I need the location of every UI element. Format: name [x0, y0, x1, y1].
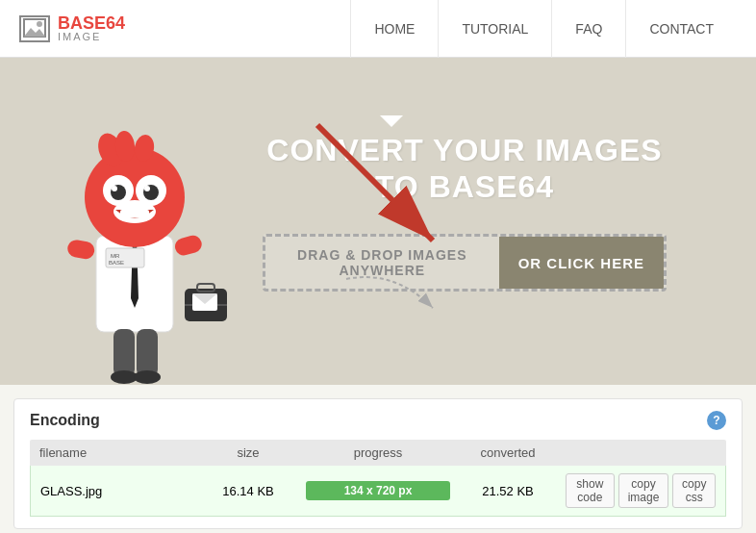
svg-text:MR: MR	[111, 253, 120, 259]
help-icon[interactable]: ?	[707, 411, 726, 430]
logo-text: BASE64 IMAGE	[58, 14, 125, 42]
svg-rect-20	[66, 239, 96, 261]
svg-marker-1	[24, 28, 45, 37]
hero-title: CONVERT YOUR IMAGES TO BASE64	[266, 132, 662, 206]
nav-home[interactable]: HOME	[350, 0, 438, 58]
col-size: size	[190, 445, 306, 460]
hero-section: MR BASE	[0, 58, 756, 385]
show-code-button[interactable]: show code	[566, 473, 615, 508]
cell-converted: 21.52 KB	[450, 484, 566, 498]
table-header: filename size progress converted	[30, 440, 726, 466]
col-actions	[566, 445, 717, 460]
click-here-button[interactable]: OR CLICK HERE	[499, 234, 664, 292]
encoding-title: Encoding	[30, 412, 100, 429]
svg-point-13	[112, 186, 117, 191]
logo-image-text: IMAGE	[58, 32, 125, 42]
svg-point-8	[85, 147, 185, 247]
svg-rect-27	[113, 329, 135, 377]
cell-size: 16.14 KB	[190, 484, 306, 498]
main-nav: HOME TUTORIAL FAQ CONTACT	[350, 0, 737, 57]
encoding-section: Encoding ? filename size progress conver…	[13, 398, 743, 529]
col-filename: filename	[39, 445, 190, 460]
col-converted: converted	[450, 445, 566, 460]
nav-arrow-decorator	[380, 115, 403, 127]
nav-tutorial[interactable]: TUTORIAL	[438, 0, 551, 58]
logo-icon	[19, 15, 50, 42]
copy-css-button[interactable]: copy css	[672, 473, 716, 508]
character-illustration: MR BASE	[29, 87, 240, 385]
col-progress: progress	[306, 445, 450, 460]
svg-rect-21	[173, 234, 204, 258]
logo-base64-text: BASE64	[58, 14, 125, 32]
svg-text:BASE: BASE	[109, 260, 124, 266]
svg-point-29	[111, 370, 138, 384]
drop-zone[interactable]: DRAG & DROP IMAGES ANYWHERE OR CLICK HER…	[263, 234, 667, 292]
svg-point-14	[144, 186, 150, 191]
copy-image-button[interactable]: copy image	[618, 473, 669, 508]
progress-bar: 134 x 720 px	[306, 481, 450, 500]
table-row: GLASS.jpg 16.14 KB 134 x 720 px 21.52 KB…	[30, 466, 726, 517]
svg-rect-16	[120, 210, 149, 217]
cell-progress: 134 x 720 px	[306, 481, 450, 500]
action-buttons: show code copy image copy css	[566, 473, 716, 508]
encoding-header: Encoding ?	[30, 411, 726, 430]
nav-contact[interactable]: CONTACT	[625, 0, 737, 58]
curved-arrow-decorator	[337, 269, 452, 327]
svg-point-30	[134, 370, 161, 384]
cell-filename: GLASS.jpg	[40, 484, 190, 498]
logo: BASE64 IMAGE	[19, 14, 125, 42]
nav-faq[interactable]: FAQ	[551, 0, 625, 58]
svg-rect-28	[137, 329, 158, 377]
hero-content: CONVERT YOUR IMAGES TO BASE64 DRAG & DRO…	[263, 132, 667, 292]
svg-point-2	[37, 21, 42, 27]
header: BASE64 IMAGE HOME TUTORIAL FAQ CONTACT	[0, 0, 756, 58]
